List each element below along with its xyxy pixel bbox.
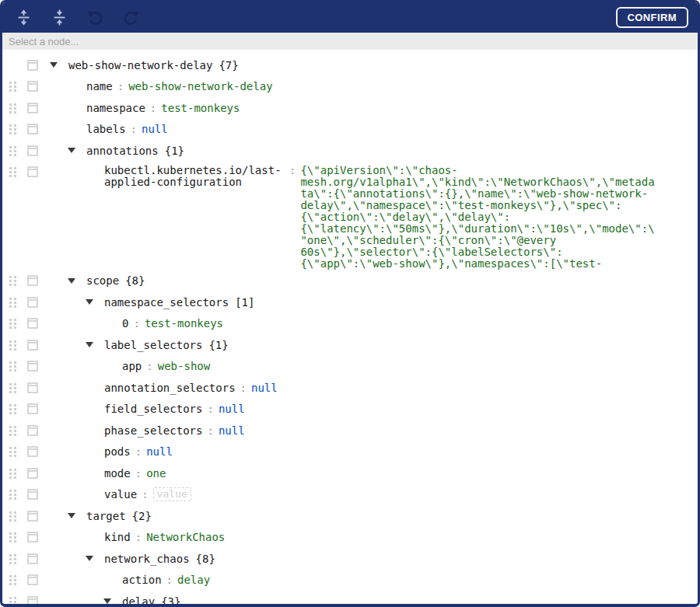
field-name[interactable]: web-show-network-delay bbox=[68, 59, 212, 72]
field-name[interactable]: delay bbox=[122, 595, 155, 604]
drag-handle-icon[interactable] bbox=[9, 340, 17, 351]
row-content: scope{8} bbox=[2, 274, 145, 287]
drag-handle-icon[interactable] bbox=[9, 596, 17, 604]
drag-handle-icon[interactable] bbox=[9, 425, 17, 436]
field-name[interactable]: mode bbox=[104, 467, 131, 480]
field-name[interactable]: pods bbox=[104, 445, 131, 458]
expand-toggle[interactable] bbox=[47, 62, 68, 68]
drag-handle-icon[interactable] bbox=[9, 103, 17, 113]
context-menu-button[interactable] bbox=[27, 403, 38, 414]
context-menu-button[interactable] bbox=[27, 511, 38, 522]
drag-handle-icon[interactable] bbox=[9, 532, 17, 542]
drag-handle-icon[interactable] bbox=[9, 511, 17, 522]
field-value[interactable]: null bbox=[251, 382, 278, 394]
drag-handle-icon[interactable] bbox=[9, 468, 17, 479]
expand-toggle[interactable] bbox=[83, 342, 104, 347]
context-menu-button[interactable] bbox=[27, 275, 38, 286]
expand-toggle[interactable] bbox=[101, 598, 122, 604]
field-value[interactable]: web-show-network-delay bbox=[128, 80, 272, 92]
drag-handle-icon[interactable] bbox=[9, 297, 17, 308]
context-menu-button[interactable] bbox=[27, 361, 38, 372]
drag-handle-icon[interactable] bbox=[9, 553, 17, 564]
context-menu-button[interactable] bbox=[27, 596, 38, 604]
context-menu-button[interactable] bbox=[27, 553, 38, 564]
field-value[interactable]: NetworkChaos bbox=[146, 531, 225, 543]
context-menu-button[interactable] bbox=[27, 124, 38, 134]
field-value[interactable]: web-show bbox=[158, 360, 210, 372]
context-menu-button[interactable] bbox=[27, 81, 38, 92]
field-value[interactable]: null bbox=[219, 424, 245, 437]
child-count: {2} bbox=[132, 510, 152, 522]
field-value[interactable]: test-monkeys bbox=[161, 102, 240, 114]
field-value[interactable]: null bbox=[142, 123, 168, 135]
field-name[interactable]: target bbox=[86, 510, 126, 522]
field-name[interactable]: scope bbox=[86, 274, 119, 287]
context-menu-button[interactable] bbox=[27, 60, 38, 71]
field-value[interactable]: value bbox=[153, 487, 191, 501]
confirm-button[interactable]: CONFIRM bbox=[616, 7, 688, 28]
field-name[interactable]: kind bbox=[104, 531, 131, 543]
drag-handle-icon[interactable] bbox=[9, 145, 17, 156]
field-value[interactable]: null bbox=[146, 445, 173, 458]
field-name[interactable]: name bbox=[86, 80, 113, 92]
field-value[interactable]: one bbox=[146, 467, 166, 480]
expand-all-button[interactable] bbox=[13, 8, 33, 28]
field-name[interactable]: namespace_selectors bbox=[104, 296, 229, 309]
expand-toggle[interactable] bbox=[83, 556, 104, 561]
context-menu-button[interactable] bbox=[27, 468, 38, 479]
drag-handle-icon[interactable] bbox=[9, 124, 17, 134]
context-menu-button[interactable] bbox=[27, 574, 38, 585]
drag-handle-icon[interactable] bbox=[9, 81, 17, 92]
field-name[interactable]: action bbox=[122, 574, 162, 586]
context-menu-button[interactable] bbox=[27, 425, 38, 436]
drag-handle-icon[interactable] bbox=[9, 489, 17, 500]
field-name[interactable]: app bbox=[122, 360, 142, 372]
field-name[interactable]: phase_selectors bbox=[104, 424, 202, 437]
field-name[interactable]: namespace bbox=[86, 102, 145, 114]
context-menu-button[interactable] bbox=[27, 145, 38, 156]
field-value[interactable]: delay bbox=[177, 574, 210, 586]
tree-row: phase_selectors:null bbox=[2, 420, 698, 441]
context-menu-button[interactable] bbox=[27, 489, 38, 500]
row-content: namespace_selectors[1] bbox=[2, 296, 254, 309]
redo-button[interactable] bbox=[121, 8, 141, 28]
child-count: {1} bbox=[208, 339, 228, 351]
expand-toggle[interactable] bbox=[65, 513, 86, 518]
expand-toggle[interactable] bbox=[65, 278, 86, 284]
tree-row: value:value bbox=[2, 484, 698, 506]
separator: : bbox=[289, 165, 296, 176]
collapse-all-button[interactable] bbox=[49, 8, 69, 28]
undo-button[interactable] bbox=[85, 8, 105, 28]
field-name[interactable]: network_chaos bbox=[104, 553, 190, 565]
context-menu-button[interactable] bbox=[27, 103, 38, 113]
collapse-all-icon bbox=[51, 9, 68, 26]
drag-handle-icon[interactable] bbox=[9, 446, 17, 457]
context-menu-button[interactable] bbox=[27, 318, 38, 329]
context-menu-button[interactable] bbox=[27, 532, 38, 542]
drag-handle-icon[interactable] bbox=[9, 574, 17, 585]
field-value[interactable]: {\"apiVersion\":\"chaos-mesh.org/v1alpha… bbox=[300, 165, 660, 270]
context-menu-button[interactable] bbox=[27, 446, 38, 457]
expand-toggle[interactable] bbox=[65, 148, 86, 153]
field-name[interactable]: value bbox=[104, 488, 137, 501]
field-name[interactable]: annotation_selectors bbox=[104, 382, 236, 394]
field-name[interactable]: kubectl.kubernetes.io/last-applied-confi… bbox=[104, 165, 285, 188]
field-value[interactable]: null bbox=[219, 403, 245, 415]
context-menu-button[interactable] bbox=[27, 382, 38, 393]
field-name[interactable]: annotations bbox=[86, 145, 159, 157]
field-value[interactable]: test-monkeys bbox=[145, 317, 223, 330]
drag-handle-icon[interactable] bbox=[9, 166, 17, 177]
context-menu-button[interactable] bbox=[27, 297, 38, 308]
field-name[interactable]: field_selectors bbox=[104, 403, 202, 415]
drag-handle-icon[interactable] bbox=[9, 318, 17, 329]
drag-handle-icon[interactable] bbox=[9, 382, 17, 393]
field-name[interactable]: 0 bbox=[122, 317, 128, 330]
expand-toggle[interactable] bbox=[83, 299, 104, 305]
drag-handle-icon[interactable] bbox=[9, 361, 17, 372]
field-name[interactable]: label_selectors bbox=[104, 339, 202, 351]
context-menu-button[interactable] bbox=[27, 166, 38, 177]
field-name[interactable]: labels bbox=[86, 123, 126, 135]
context-menu-button[interactable] bbox=[27, 340, 38, 351]
drag-handle-icon[interactable] bbox=[9, 403, 17, 414]
drag-handle-icon[interactable] bbox=[9, 275, 17, 286]
